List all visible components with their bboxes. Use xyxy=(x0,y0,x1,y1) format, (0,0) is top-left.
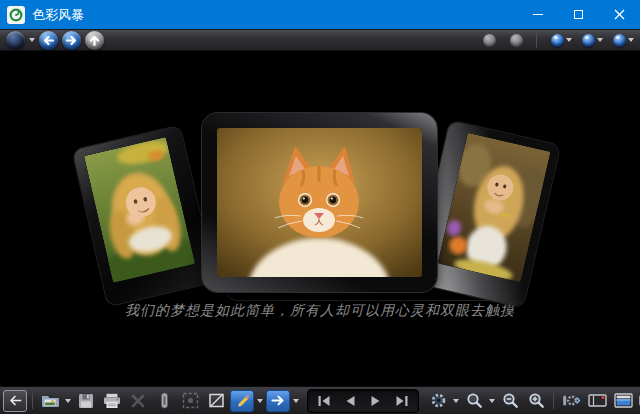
media-controls-group xyxy=(307,389,419,413)
zoom-tool-button[interactable] xyxy=(462,389,486,413)
woman-photo-art xyxy=(438,133,551,283)
open-dropdown-caret[interactable] xyxy=(65,399,71,403)
filmstrip-icon xyxy=(588,393,607,408)
titlebar: 色彩风暴 xyxy=(0,0,640,29)
gem-button-3[interactable] xyxy=(613,34,626,47)
marquee-icon xyxy=(182,392,199,409)
zoom-out-button[interactable] xyxy=(498,389,522,413)
app-logo-icon xyxy=(7,6,25,24)
magnifier-icon xyxy=(466,392,483,409)
gear-icon xyxy=(430,392,447,409)
back-button[interactable] xyxy=(39,31,58,50)
print-button[interactable] xyxy=(100,389,124,413)
zoom-out-icon xyxy=(502,392,519,409)
kitten-photo-art xyxy=(217,128,422,277)
photo-frame-left[interactable] xyxy=(72,126,215,307)
maximize-icon xyxy=(574,10,583,19)
last-image-button[interactable] xyxy=(390,389,414,413)
previous-image-button[interactable] xyxy=(338,389,362,413)
filmstrip-button[interactable] xyxy=(585,389,609,413)
open-folder-icon xyxy=(41,393,60,408)
window-mode-button[interactable] xyxy=(611,389,635,413)
toolbar-separator xyxy=(536,33,537,48)
previous-icon xyxy=(344,395,356,407)
save-floppy-icon xyxy=(78,393,94,409)
app-window: 色彩风暴 xyxy=(0,0,640,414)
edit-dropdown-caret[interactable] xyxy=(257,399,263,403)
zoom-in-button[interactable] xyxy=(524,389,548,413)
process-gear-icon xyxy=(562,393,581,408)
forward-arrow-icon xyxy=(65,34,78,47)
close-button[interactable] xyxy=(599,0,640,29)
edit-pencil-button[interactable] xyxy=(230,390,254,412)
home-sphere-button[interactable] xyxy=(6,31,25,50)
settings-dropdown-caret[interactable] xyxy=(453,399,459,403)
forward-button[interactable] xyxy=(62,31,81,50)
crop-edit-icon xyxy=(208,392,225,409)
pencil-icon xyxy=(235,393,250,408)
girl-photo-art xyxy=(84,137,195,283)
play-forward-icon xyxy=(271,395,285,406)
first-icon xyxy=(317,395,331,407)
gem-1-dropdown-caret[interactable] xyxy=(566,38,572,42)
gem-2-dropdown-caret[interactable] xyxy=(597,38,603,42)
gem-button-2[interactable] xyxy=(582,34,595,47)
slogan-caption: 我们的梦想是如此简单，所有人却可以用心灵和双眼去触摸 xyxy=(0,302,640,320)
select-region-button[interactable] xyxy=(178,389,202,413)
minimize-icon xyxy=(533,14,543,15)
zoom-in-icon xyxy=(528,392,545,409)
last-icon xyxy=(395,395,409,407)
maximize-button[interactable] xyxy=(558,0,599,29)
up-button[interactable] xyxy=(85,31,104,50)
save-button[interactable] xyxy=(74,389,98,413)
viewer-canvas: 我们的梦想是如此简单，所有人却可以用心灵和双眼去触摸 xyxy=(0,52,640,386)
home-dropdown-caret[interactable] xyxy=(29,38,35,42)
close-icon xyxy=(614,9,625,20)
next-image-button[interactable] xyxy=(364,389,388,413)
settings-button[interactable] xyxy=(426,389,450,413)
minimize-button[interactable] xyxy=(517,0,558,29)
window-mode-icon xyxy=(614,393,633,408)
history-dot-button-2[interactable] xyxy=(510,34,523,47)
delete-button[interactable] xyxy=(126,389,150,413)
printer-icon xyxy=(103,393,121,409)
toolbar-separator xyxy=(32,393,33,409)
capsule-icon xyxy=(160,392,169,409)
back-arrow-icon xyxy=(9,395,22,406)
up-arrow-icon xyxy=(88,34,101,47)
photo-frame-center[interactable] xyxy=(202,113,437,292)
capsule-button[interactable] xyxy=(152,389,176,413)
swirl-glyph xyxy=(9,8,23,22)
slideshow-dropdown-caret[interactable] xyxy=(293,399,299,403)
crop-edit-button[interactable] xyxy=(204,389,228,413)
zoom-dropdown-caret[interactable] xyxy=(489,399,495,403)
photo-kitten xyxy=(217,128,422,277)
back-arrow-icon xyxy=(42,34,55,47)
history-dot-button-1[interactable] xyxy=(483,34,496,47)
delete-x-icon xyxy=(131,394,145,408)
next-icon xyxy=(370,395,382,407)
open-file-button[interactable] xyxy=(38,389,62,413)
toolbar-separator xyxy=(553,393,554,409)
gem-button-1[interactable] xyxy=(551,34,564,47)
photo-woman xyxy=(438,133,551,283)
exit-back-button[interactable] xyxy=(3,390,27,412)
nav-toolbar xyxy=(0,29,640,51)
process-button[interactable] xyxy=(559,389,583,413)
window-title: 色彩风暴 xyxy=(32,6,517,24)
gem-3-dropdown-caret[interactable] xyxy=(628,38,634,42)
first-image-button[interactable] xyxy=(312,389,336,413)
slideshow-button[interactable] xyxy=(266,390,290,412)
photo-girl xyxy=(84,137,195,283)
bottom-toolbar xyxy=(0,386,640,414)
